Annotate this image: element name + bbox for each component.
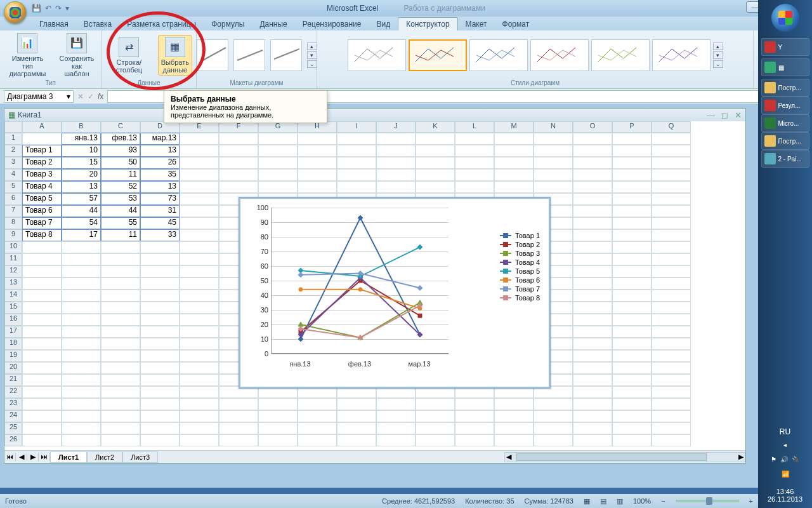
cell[interactable]: 54 bbox=[62, 217, 101, 229]
cell[interactable] bbox=[573, 374, 612, 386]
tab-insert[interactable]: Вставка bbox=[76, 18, 120, 30]
cell[interactable] bbox=[612, 386, 652, 398]
row-header[interactable]: 17 bbox=[4, 326, 22, 338]
cell[interactable]: Товар 4 bbox=[22, 181, 62, 193]
cell[interactable] bbox=[652, 302, 691, 314]
cell[interactable] bbox=[416, 157, 455, 169]
cell[interactable] bbox=[573, 217, 612, 229]
cell[interactable] bbox=[612, 193, 652, 205]
cell[interactable] bbox=[219, 398, 258, 410]
cell[interactable] bbox=[140, 290, 180, 302]
cell[interactable] bbox=[298, 434, 337, 446]
tab-page-layout[interactable]: Разметка страницы bbox=[119, 18, 204, 30]
cell[interactable] bbox=[22, 410, 62, 422]
cell[interactable] bbox=[612, 265, 652, 277]
taskbar-item[interactable]: 2 - Pai... bbox=[761, 150, 809, 168]
cell[interactable] bbox=[101, 265, 140, 277]
row-header[interactable]: 11 bbox=[4, 253, 22, 265]
cell[interactable] bbox=[180, 157, 219, 169]
cell[interactable] bbox=[101, 434, 140, 446]
cell[interactable] bbox=[494, 181, 534, 193]
cell[interactable]: 44 bbox=[101, 205, 140, 217]
legend-item[interactable]: Товар 1 bbox=[500, 232, 540, 239]
cell[interactable] bbox=[22, 277, 62, 290]
cell[interactable] bbox=[180, 338, 219, 350]
cell[interactable]: Товар 2 bbox=[22, 157, 62, 169]
cell[interactable]: 52 bbox=[101, 181, 140, 193]
cell[interactable] bbox=[573, 350, 612, 362]
cell[interactable] bbox=[219, 157, 258, 169]
chart-style-3[interactable] bbox=[469, 39, 528, 71]
chart-style-5[interactable] bbox=[591, 39, 650, 71]
taskbar-item[interactable]: Постр... bbox=[761, 79, 809, 97]
row-header[interactable]: 4 bbox=[4, 169, 22, 181]
taskbar-item[interactable]: ▦ bbox=[761, 58, 809, 76]
row-header[interactable]: 20 bbox=[4, 362, 22, 374]
office-button[interactable] bbox=[4, 1, 27, 24]
column-header[interactable]: N bbox=[534, 121, 573, 133]
cell[interactable] bbox=[652, 169, 691, 181]
tray-network-icon[interactable]: 📶 bbox=[782, 471, 789, 478]
cell[interactable] bbox=[534, 157, 573, 169]
cell[interactable] bbox=[101, 410, 140, 422]
zoom-out-icon[interactable]: − bbox=[661, 497, 665, 505]
cell[interactable] bbox=[652, 410, 691, 422]
cell[interactable]: 13 bbox=[140, 181, 180, 193]
cell[interactable] bbox=[612, 398, 652, 410]
cell[interactable] bbox=[22, 241, 62, 253]
cell[interactable] bbox=[101, 374, 140, 386]
cell[interactable] bbox=[101, 290, 140, 302]
cell[interactable] bbox=[612, 422, 652, 434]
cell[interactable] bbox=[140, 422, 180, 434]
row-header[interactable]: 6 bbox=[4, 193, 22, 205]
embedded-chart[interactable]: 0102030405060708090100 янв.13фев.13мар.1… bbox=[239, 197, 550, 388]
cell[interactable] bbox=[573, 314, 612, 326]
cell[interactable] bbox=[298, 410, 337, 422]
cell[interactable] bbox=[180, 205, 219, 217]
cell[interactable] bbox=[101, 326, 140, 338]
row-header[interactable]: 22 bbox=[4, 386, 22, 398]
cell[interactable] bbox=[258, 434, 298, 446]
cell[interactable]: 26 bbox=[140, 157, 180, 169]
cell[interactable] bbox=[416, 398, 455, 410]
cell[interactable]: 13 bbox=[62, 181, 101, 193]
cell[interactable] bbox=[62, 410, 101, 422]
legend-item[interactable]: Товар 2 bbox=[500, 241, 540, 248]
styles-up-icon[interactable]: ▴ bbox=[713, 43, 723, 50]
cell[interactable] bbox=[573, 277, 612, 290]
cell[interactable] bbox=[101, 338, 140, 350]
cell[interactable]: 35 bbox=[140, 169, 180, 181]
cell[interactable] bbox=[219, 181, 258, 193]
column-header[interactable]: A bbox=[22, 121, 62, 133]
cell[interactable] bbox=[376, 169, 416, 181]
cell[interactable] bbox=[494, 422, 534, 434]
cell[interactable] bbox=[612, 145, 652, 157]
cell[interactable] bbox=[140, 302, 180, 314]
cell[interactable] bbox=[612, 326, 652, 338]
cell[interactable] bbox=[652, 386, 691, 398]
column-header[interactable]: C bbox=[101, 121, 140, 133]
cell[interactable]: 57 bbox=[62, 193, 101, 205]
cell[interactable] bbox=[22, 362, 62, 374]
cell[interactable] bbox=[573, 326, 612, 338]
row-header[interactable]: 7 bbox=[4, 205, 22, 217]
cell[interactable] bbox=[416, 181, 455, 193]
cell[interactable]: Товар 6 bbox=[22, 205, 62, 217]
cell[interactable] bbox=[140, 398, 180, 410]
cell[interactable] bbox=[337, 181, 376, 193]
cell[interactable] bbox=[573, 290, 612, 302]
cell[interactable] bbox=[258, 410, 298, 422]
row-header[interactable]: 19 bbox=[4, 350, 22, 362]
cell[interactable]: 33 bbox=[140, 229, 180, 241]
cell[interactable] bbox=[652, 181, 691, 193]
cell[interactable] bbox=[416, 145, 455, 157]
cell[interactable] bbox=[652, 157, 691, 169]
cell[interactable] bbox=[376, 157, 416, 169]
cell[interactable] bbox=[612, 362, 652, 374]
sheet-tab-3[interactable]: Лист3 bbox=[122, 451, 158, 463]
cell[interactable] bbox=[180, 145, 219, 157]
cell[interactable]: Товар 3 bbox=[22, 169, 62, 181]
cell[interactable] bbox=[62, 253, 101, 265]
cell[interactable] bbox=[652, 277, 691, 290]
cell[interactable] bbox=[62, 374, 101, 386]
